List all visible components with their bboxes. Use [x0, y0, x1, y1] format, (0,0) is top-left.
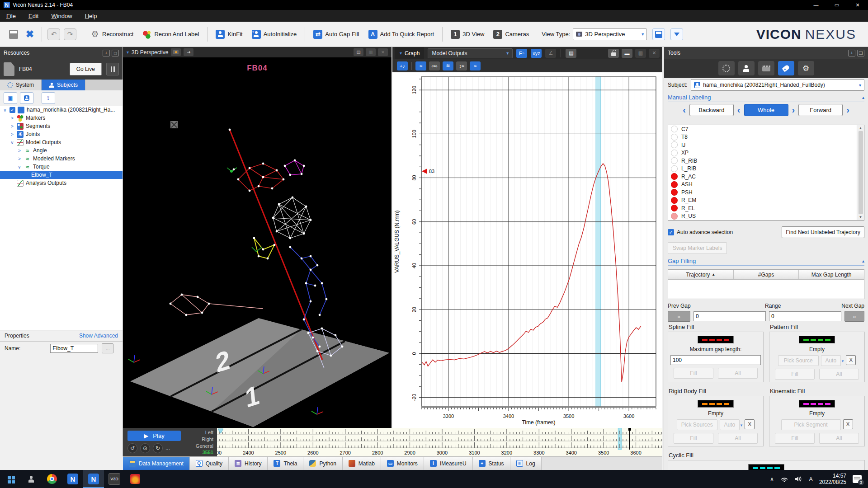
tab-log[interactable]: ≡Log: [510, 457, 542, 470]
pattern-clear-button[interactable]: X: [846, 355, 856, 365]
gap-filling-section[interactable]: Gap Filling▴: [668, 258, 864, 266]
marker-item-ash[interactable]: ASH: [668, 181, 857, 189]
tree-item-hama-morichika-200821right-ha[interactable]: ∨✓hama_morichika (200821Right_Ha...: [0, 106, 123, 114]
pin-icon[interactable]: +: [103, 50, 110, 56]
subject-prep-button[interactable]: [738, 61, 755, 75]
checkbox-icon[interactable]: ✓: [9, 107, 15, 113]
toolbar-auto-gap-fill[interactable]: ⇄Auto Gap Fill: [309, 27, 363, 42]
menu-window[interactable]: Window: [45, 10, 78, 22]
col-trajectory[interactable]: Trajectory▲: [668, 270, 734, 279]
scroll-down-icon[interactable]: ▼: [859, 215, 863, 219]
lock-x-axis-icon[interactable]: ‹≈›: [429, 61, 440, 70]
tab-status[interactable]: +Status: [473, 457, 510, 470]
split-horizontal-icon[interactable]: ▤: [354, 48, 363, 56]
timeline-ruler[interactable]: 2300240025002600270028002900300031003200…: [217, 428, 662, 456]
load-subject-button[interactable]: ⇪: [42, 92, 55, 104]
next-view-button[interactable]: ➜: [184, 48, 193, 56]
subject-select[interactable]: hama_morichika (200821Right_Handed_FullB…: [691, 79, 864, 91]
forward-button[interactable]: Forward: [798, 104, 843, 116]
max-gap-length-input[interactable]: [670, 355, 761, 365]
play-button[interactable]: ▶Play: [127, 431, 181, 441]
toolbar-autoinitialize[interactable]: +AutoInitialize: [247, 27, 302, 42]
gap-table[interactable]: Trajectory▲ #Gaps Max Gap Length: [668, 269, 864, 299]
split-horizontal-icon[interactable]: ▬: [622, 49, 632, 58]
nexus-app-button[interactable]: N: [62, 470, 83, 488]
step-backward-icon[interactable]: ‹: [683, 105, 686, 115]
tree-item-segments[interactable]: >Segments: [0, 122, 123, 130]
capture-button[interactable]: [758, 61, 774, 75]
tree-item-joints[interactable]: >✳Joints: [0, 130, 123, 138]
reconstruct-mode-button[interactable]: [718, 61, 735, 75]
find-next-unlabeled-button[interactable]: Find Next Unlabeled Trajectory: [782, 226, 864, 238]
nexus-active-button[interactable]: N: [83, 470, 104, 488]
tab-history[interactable]: ≣History: [229, 457, 268, 470]
start-button[interactable]: [0, 470, 21, 488]
tree-item-modeled-markers[interactable]: >≈Modeled Markers: [0, 155, 123, 163]
menu-file[interactable]: File: [0, 10, 22, 22]
tree-item-analysis-outputs[interactable]: Analysis Outputs: [0, 179, 123, 187]
name-field[interactable]: [50, 344, 98, 353]
swap-marker-labels-button[interactable]: Swap Marker Labels: [668, 242, 727, 254]
marker-item-r-em[interactable]: R_EM: [668, 197, 857, 205]
pipeline-button[interactable]: ⚙: [798, 61, 814, 75]
toolbar-kinfit[interactable]: KinFit: [211, 27, 247, 42]
marker-list-scrollbar[interactable]: ▲▼: [857, 125, 864, 220]
undo-button[interactable]: ↶: [47, 28, 61, 41]
float-icon[interactable]: ❏: [857, 50, 864, 56]
menu-help[interactable]: Help: [79, 10, 104, 22]
marker-item-r-ac[interactable]: R_AC: [668, 173, 857, 181]
rigid-all-button[interactable]: All: [718, 433, 758, 444]
ime-indicator[interactable]: A: [809, 476, 813, 483]
graph-source-select[interactable]: Model Outputs▾: [428, 48, 513, 58]
step-forward-icon[interactable]: ›: [846, 105, 849, 115]
loop-forward-icon[interactable]: ↻: [153, 443, 163, 453]
pattern-fill-button[interactable]: Fill: [775, 369, 815, 380]
manual-labeling-section[interactable]: Manual Labeling▴: [668, 94, 864, 102]
kinematic-all-button[interactable]: All: [819, 433, 859, 444]
redo-button[interactable]: ↷: [63, 28, 77, 41]
expander-icon[interactable]: >: [10, 124, 14, 129]
people-button[interactable]: [21, 470, 42, 488]
label-edit-button[interactable]: [778, 61, 794, 75]
tab-imeasureu[interactable]: IIMeasureU: [424, 457, 473, 470]
graph-view-select[interactable]: ▾ Graph: [395, 47, 424, 59]
close-view-icon[interactable]: ✕: [378, 48, 388, 56]
expander-icon[interactable]: >: [10, 116, 14, 121]
volume-icon[interactable]: [795, 476, 802, 482]
chrome-button[interactable]: [42, 470, 62, 488]
close-button[interactable]: ✕: [847, 0, 868, 10]
new-subject-button[interactable]: ▣: [4, 92, 17, 104]
expander-icon[interactable]: ∨: [3, 108, 7, 113]
add-alert-icon[interactable]: +♪: [397, 61, 408, 70]
col-gaps[interactable]: #Gaps: [734, 270, 799, 279]
backward-button[interactable]: Backward: [689, 104, 734, 116]
xyz-components-icon[interactable]: xyz: [531, 49, 542, 58]
minimize-button[interactable]: —: [806, 0, 826, 10]
marker-item-psh[interactable]: PSH: [668, 188, 857, 197]
pin-icon[interactable]: +: [848, 50, 855, 56]
wifi-icon[interactable]: [780, 476, 788, 482]
tree-item-model-outputs[interactable]: ∨Model Outputs: [0, 138, 123, 146]
auto-advance-checkbox[interactable]: ✓: [668, 229, 674, 235]
tab-system[interactable]: System: [0, 80, 42, 90]
kinematic-clear-button[interactable]: X: [843, 419, 853, 429]
toolbar-recon-and-label[interactable]: Recon And Label: [138, 27, 203, 42]
col-max-gap[interactable]: Max Gap Length: [799, 270, 864, 279]
visual3d-button[interactable]: V3D: [104, 470, 125, 488]
expander-icon[interactable]: ∨: [17, 164, 22, 169]
lock-y-axis-icon[interactable]: ↕≈: [456, 61, 467, 70]
3d-viewport[interactable]: FB04 2 1: [123, 57, 392, 428]
tree-item-elbow-t[interactable]: Elbow_T: [0, 171, 123, 179]
kinematic-fill-button[interactable]: Fill: [775, 433, 815, 444]
tab-subjects[interactable]: Subjects: [42, 80, 85, 90]
name-more-button[interactable]: ...: [102, 343, 113, 353]
prev-icon[interactable]: ‹: [737, 105, 741, 115]
clock[interactable]: 14:57 2022/08/25: [819, 473, 846, 485]
tray-expand-icon[interactable]: ∧: [770, 476, 774, 483]
prev-gap-button[interactable]: «: [668, 311, 690, 322]
go-live-button[interactable]: Go Live: [70, 63, 102, 75]
tab-theia[interactable]: TTheia: [268, 457, 303, 470]
filter-view-button[interactable]: [670, 28, 683, 40]
split-vertical-icon[interactable]: ▥: [635, 49, 646, 58]
stop-at-end-icon[interactable]: ⊙: [140, 443, 150, 453]
